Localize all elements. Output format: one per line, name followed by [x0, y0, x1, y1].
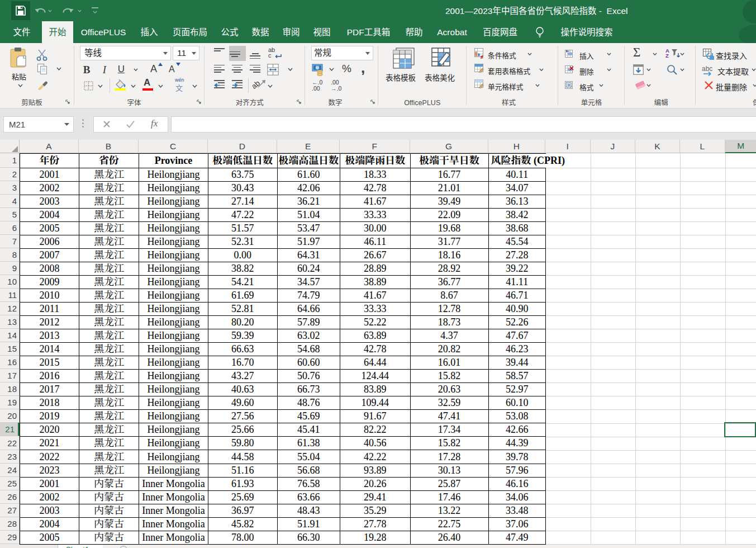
svg-text:≠: ≠: [481, 54, 483, 59]
